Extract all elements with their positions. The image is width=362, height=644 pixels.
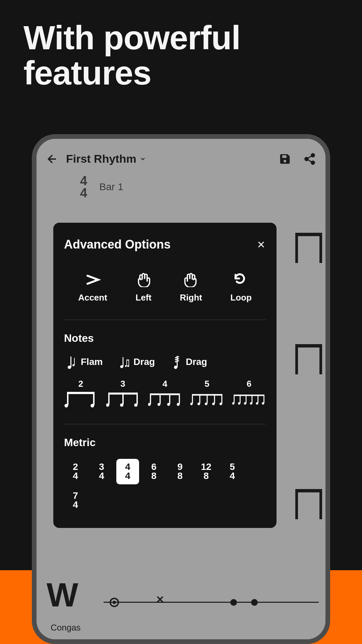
drag1-label: Drag [133, 357, 155, 367]
save-icon[interactable] [279, 153, 291, 165]
tuplet-notes-icon [64, 390, 98, 409]
metric-9-8[interactable]: 98 [169, 459, 191, 484]
metric-7-4[interactable]: 74 [64, 488, 87, 513]
rhythm-title-dropdown[interactable]: First Rhythm [66, 152, 270, 165]
record-marker-icon[interactable] [110, 598, 119, 607]
metric-3-4[interactable]: 34 [90, 459, 113, 484]
metric-bottom: 4 [73, 500, 78, 509]
track-note-dot[interactable] [230, 599, 237, 606]
close-icon[interactable] [256, 240, 266, 249]
headline-line2: features [23, 55, 339, 91]
svg-rect-32 [150, 393, 151, 404]
back-arrow-icon[interactable] [46, 153, 58, 165]
tuplet-number: 2 [78, 379, 83, 389]
metric-6-8[interactable]: 68 [142, 459, 165, 484]
notes-section-title: Notes [64, 332, 266, 344]
svg-point-30 [134, 404, 137, 407]
flam-chip[interactable]: Flam [67, 355, 103, 369]
svg-point-1 [311, 154, 315, 157]
tuplet-notes-icon [148, 390, 182, 409]
loop-label: Loop [230, 292, 252, 303]
svg-rect-34 [160, 393, 161, 404]
metric-bottom: 8 [203, 472, 209, 481]
tuplet-number: 3 [120, 379, 125, 389]
svg-rect-36 [169, 393, 170, 404]
metric-bottom: 4 [99, 472, 104, 481]
left-hand-button[interactable]: Left [135, 272, 152, 303]
flam-icon [67, 355, 77, 369]
metric-top: 7 [73, 491, 78, 500]
bar-label: Bar 1 [99, 181, 123, 193]
svg-rect-19 [68, 392, 94, 394]
tuplet-6[interactable]: 6 [232, 379, 266, 409]
tuplet-5[interactable]: 5 [190, 379, 224, 409]
tuplet-notes-icon [106, 390, 140, 409]
svg-point-59 [250, 402, 252, 405]
metric-bottom: 8 [151, 472, 157, 481]
metric-top: 5 [230, 463, 235, 472]
tuplet-number: 4 [163, 379, 167, 389]
svg-line-5 [308, 160, 312, 162]
share-icon[interactable] [303, 153, 316, 165]
metric-bottom: 8 [177, 472, 183, 481]
headline-line1: With powerful [23, 20, 339, 55]
svg-rect-60 [257, 394, 258, 403]
svg-rect-54 [240, 394, 241, 403]
tuplet-notes-icon [190, 390, 224, 409]
svg-rect-16 [127, 360, 129, 361]
metric-top: 6 [151, 463, 157, 472]
instrument-name: Congas [51, 586, 81, 633]
metric-5-4[interactable]: 54 [221, 459, 244, 484]
left-label: Left [135, 292, 152, 303]
advanced-options-modal: Advanced Options Accent Left [53, 223, 277, 528]
right-hand-button[interactable]: Right [180, 272, 202, 303]
hand-left-icon [135, 272, 152, 288]
tuplet-2[interactable]: 2 [64, 379, 98, 409]
svg-rect-20 [67, 392, 68, 405]
track-note-dot[interactable] [251, 599, 258, 606]
svg-point-35 [158, 403, 161, 406]
svg-rect-14 [127, 360, 127, 366]
svg-rect-58 [252, 394, 253, 403]
svg-point-50 [219, 402, 222, 405]
svg-point-61 [256, 402, 258, 405]
metric-bottom: 4 [125, 472, 130, 481]
svg-point-55 [238, 402, 240, 405]
hand-right-icon [183, 272, 199, 288]
svg-point-46 [205, 402, 207, 405]
svg-rect-47 [214, 394, 215, 404]
metric-4-4[interactable]: 44 [116, 459, 139, 484]
accent-button[interactable]: Accent [78, 272, 107, 303]
svg-rect-62 [263, 394, 264, 403]
marketing-headline: With powerful features [0, 0, 362, 91]
svg-rect-45 [206, 394, 207, 404]
rhythm-title: First Rhythm [66, 152, 136, 165]
track-x-marker[interactable]: ✕ [156, 594, 164, 605]
svg-point-48 [212, 402, 215, 405]
svg-point-37 [167, 403, 170, 406]
svg-point-2 [305, 157, 308, 161]
svg-point-0 [284, 160, 286, 162]
drag-icon [119, 355, 129, 369]
metric-top: 9 [177, 463, 183, 472]
chevron-down-icon [140, 156, 146, 162]
drag-chip-1[interactable]: Drag [119, 355, 155, 369]
svg-point-23 [90, 404, 94, 408]
loop-icon [233, 272, 249, 288]
metric-12-8[interactable]: 128 [195, 459, 218, 484]
metric-bottom: 4 [230, 472, 235, 481]
svg-point-44 [197, 402, 200, 405]
time-signature[interactable]: 4 4 [80, 175, 87, 199]
metric-2-4[interactable]: 24 [64, 459, 87, 484]
metric-bottom: 4 [73, 472, 78, 481]
tuplet-3[interactable]: 3 [106, 379, 140, 409]
drag-chip-2[interactable]: Drag [172, 355, 207, 369]
loop-button[interactable]: Loop [230, 272, 252, 303]
tuplet-4[interactable]: 4 [148, 379, 182, 409]
svg-rect-51 [234, 394, 264, 396]
right-label: Right [180, 292, 202, 303]
tuplet-number: 5 [204, 379, 209, 389]
accent-label: Accent [78, 292, 107, 303]
timesig-top: 4 [80, 175, 87, 187]
metric-top: 4 [125, 463, 130, 472]
